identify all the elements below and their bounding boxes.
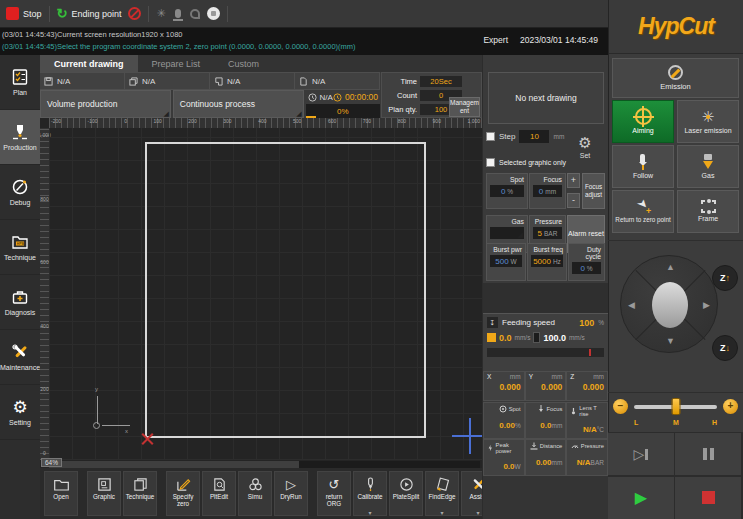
tab-custom[interactable]: Custom [214,55,273,72]
feeding-speed-slider[interactable] [487,348,604,357]
gas-select[interactable]: ◢ [490,227,524,239]
spot-value-box[interactable]: 0% [490,185,524,197]
laser-disabled-icon[interactable] [128,7,141,20]
platesplit-button[interactable]: PlateSplit [389,471,423,516]
svg-text:HPM: HPM [17,242,25,246]
gas-button[interactable]: Gas [677,145,739,188]
return-org-button[interactable]: ↺ return ORG [317,471,351,516]
drawing-rectangle[interactable] [145,142,426,438]
jog-down-arrow[interactable]: ▼ [666,336,675,346]
focus-adjust-button[interactable]: Focus adjust [582,173,605,209]
horizontal-scrollbar[interactable] [49,461,480,468]
pause-button[interactable] [675,433,741,475]
laser-rays-icon: ✳ [700,109,716,125]
jog-up-arrow[interactable]: ▲ [666,262,675,272]
toolbar-label: Calibrate [357,494,382,501]
simu-button[interactable]: Simu [238,471,272,516]
findedge-button[interactable]: FindEdge ▾ [425,471,459,516]
z-up-button[interactable]: Z↑ [712,265,738,291]
return-to-zero-button[interactable]: ➤+ Return to zero point [612,190,674,233]
selected-graphic-checkbox[interactable] [486,158,495,167]
focus-minus-button[interactable]: - [567,193,580,208]
sidebar-item-technique[interactable]: HPM Technique [0,220,40,275]
blow-icon[interactable] [175,9,181,18]
play-icon: ▶ [635,490,647,506]
scrollbar-thumb[interactable] [49,461,299,468]
file-field[interactable]: N/A [40,72,125,90]
sidebar-item-production[interactable]: Production [0,110,40,165]
open-button[interactable]: Open [44,471,78,516]
management-button[interactable]: Management [449,97,480,117]
toolbar-label: Specify zero [167,494,199,508]
start-button[interactable]: ▶ [608,477,674,519]
production-mode-select[interactable]: Volume production ◢ [40,90,171,118]
emission-button[interactable]: Emission [612,58,739,98]
frame-label: Frame [698,215,718,223]
focus-value-box[interactable]: 0mm [533,185,562,197]
gas-spray-icon [701,154,715,170]
tab-prepare-list[interactable]: Prepare List [138,55,215,72]
stop-button[interactable]: Stop [6,7,42,20]
toolbar-label: return ORG [318,494,350,508]
ending-point-button[interactable]: ↻ Ending point [57,7,122,20]
follow-button[interactable]: Follow [612,145,674,188]
pltedit-button[interactable]: PltEdit [202,471,236,516]
spot-cell: Spot 0% [486,173,528,209]
process-mode-select[interactable]: Continuous process ◢ [173,90,304,118]
laser-emission-button[interactable]: ✳ Laser emission [677,100,739,143]
work-area[interactable]: y x [49,128,482,460]
sidebar-item-debug[interactable]: Debug [0,165,40,220]
sidebar-item-maintenance[interactable]: Maintenance [0,330,40,385]
divider [49,6,50,22]
frame-button[interactable]: Frame [677,190,739,233]
monitor-grid: Spot 0.00% Focus 0.0mm Lens T rise N/A°C… [483,402,608,476]
sidebar-item-label: Technique [4,254,36,261]
light-icon[interactable]: ✳ [156,8,165,19]
find-edge-icon [435,475,450,494]
focus-plus-button[interactable]: + [567,173,580,188]
speed-slider-handle[interactable] [671,398,680,415]
tab-current-drawing[interactable]: Current drawing [40,55,138,72]
duty-cycle-box[interactable]: 0% [572,262,601,274]
sidebar-item-plan[interactable]: Plan [0,55,40,110]
focus-label: Focus [533,176,562,183]
single-step-button[interactable]: ▷ [608,433,674,475]
set-button[interactable]: ⚙ Set [566,123,604,171]
layer-field[interactable]: N/A [125,72,210,90]
elapsed-value: N/A [320,93,333,102]
estop-icon[interactable] [207,7,220,20]
jog-left-arrow[interactable]: ◀ [628,300,635,310]
graphic-button[interactable]: Graphic [87,471,121,516]
monitor-focus: Focus 0.0mm [525,402,567,439]
pressure-value-box[interactable]: 5BAR [533,227,562,239]
burst-pwr-box[interactable]: 500W [490,255,522,267]
sidebar-item-setting[interactable]: ⚙ Setting [0,385,40,440]
jog-right-arrow[interactable]: ▶ [703,300,710,310]
feed-state-icon [487,333,496,342]
drawing-canvas[interactable]: -200 -100 0 100 200 300 400 500 600 700 … [40,118,482,468]
progress-bar: 0% [306,104,380,118]
speed-slider-track[interactable] [634,405,717,409]
jog-pad[interactable]: ▲ ▼ ◀ ▶ [620,255,718,353]
stop-run-button[interactable] [675,477,741,519]
slider-minus-button[interactable]: − [613,399,628,414]
step-value[interactable]: 10 [519,130,549,143]
region-field[interactable]: N/A [210,72,295,90]
dryrun-button[interactable]: ▷ DryRun [274,471,308,516]
technique-button[interactable]: Technique [123,471,157,516]
joint-icon[interactable] [190,9,200,19]
axis-x-label: x [125,428,128,434]
aiming-button[interactable]: Aiming [612,100,674,143]
burst-freq-box[interactable]: 5000Hz [531,255,563,267]
jog-center-button[interactable] [652,282,688,328]
specify-zero-button[interactable]: Specify zero [166,471,200,516]
calibrate-button[interactable]: Calibrate ▾ [353,471,387,516]
step-checkbox[interactable] [486,132,495,141]
sidebar-item-diagnosis[interactable]: Diagnosis [0,275,40,330]
page-icon [299,77,308,86]
z-down-button[interactable]: Z↓ [712,335,738,361]
focus-cell: Focus 0mm [529,173,566,209]
slider-plus-button[interactable]: + [723,399,738,414]
page-field[interactable]: N/A [295,72,380,90]
selected-graphic-row: Selected graphic only [486,153,570,171]
